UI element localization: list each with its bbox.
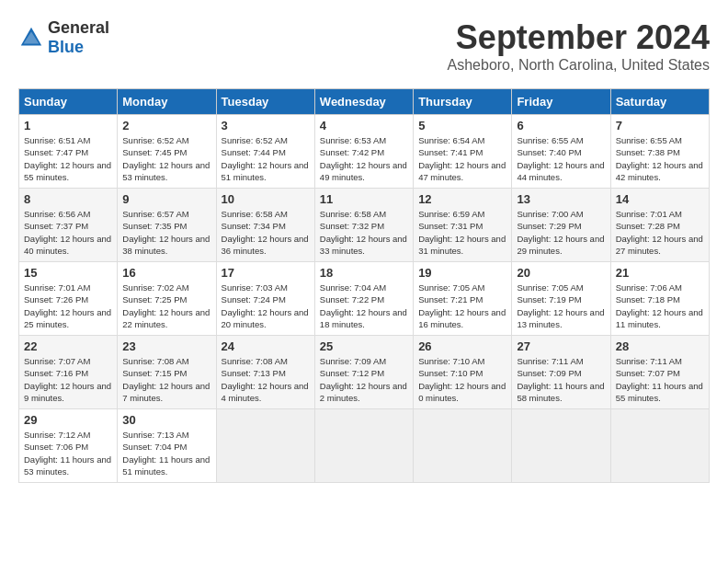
day-info: Sunrise: 7:06 AMSunset: 7:18 PMDaylight:… xyxy=(616,282,703,329)
calendar-cell: 5 Sunrise: 6:54 AMSunset: 7:41 PMDayligh… xyxy=(414,115,512,189)
day-info: Sunrise: 7:11 AMSunset: 7:09 PMDaylight:… xyxy=(517,356,604,403)
calendar-cell: 14 Sunrise: 7:01 AMSunset: 7:28 PMDaylig… xyxy=(610,189,709,262)
calendar-cell xyxy=(610,409,709,483)
day-info: Sunrise: 6:56 AMSunset: 7:37 PMDaylight:… xyxy=(24,209,111,256)
day-info: Sunrise: 6:58 AMSunset: 7:32 PMDaylight:… xyxy=(320,209,407,256)
day-info: Sunrise: 7:08 AMSunset: 7:13 PMDaylight:… xyxy=(222,356,309,403)
day-info: Sunrise: 7:02 AMSunset: 7:25 PMDaylight:… xyxy=(122,282,210,329)
logo-blue: Blue xyxy=(48,38,84,56)
day-number: 4 xyxy=(320,119,408,132)
day-number: 29 xyxy=(24,413,112,427)
day-header-monday: Monday xyxy=(118,89,216,115)
day-number: 5 xyxy=(418,119,506,132)
day-header-friday: Friday xyxy=(512,89,610,115)
day-info: Sunrise: 7:11 AMSunset: 7:07 PMDaylight:… xyxy=(616,356,703,403)
day-info: Sunrise: 7:00 AMSunset: 7:29 PMDaylight:… xyxy=(517,209,604,256)
calendar-cell: 22 Sunrise: 7:07 AMSunset: 7:16 PMDaylig… xyxy=(19,336,118,409)
day-info: Sunrise: 6:53 AMSunset: 7:42 PMDaylight:… xyxy=(320,135,407,182)
calendar-cell xyxy=(216,409,314,483)
calendar-cell: 21 Sunrise: 7:06 AMSunset: 7:18 PMDaylig… xyxy=(610,262,709,336)
calendar-cell: 24 Sunrise: 7:08 AMSunset: 7:13 PMDaylig… xyxy=(216,336,314,409)
logo-icon xyxy=(18,25,44,51)
calendar-cell: 15 Sunrise: 7:01 AMSunset: 7:26 PMDaylig… xyxy=(19,262,118,336)
calendar-week-3: 15 Sunrise: 7:01 AMSunset: 7:26 PMDaylig… xyxy=(19,262,710,336)
calendar-cell: 11 Sunrise: 6:58 AMSunset: 7:32 PMDaylig… xyxy=(314,189,413,262)
day-number: 16 xyxy=(122,266,210,280)
calendar-header-row: SundayMondayTuesdayWednesdayThursdayFrid… xyxy=(19,89,710,115)
day-number: 20 xyxy=(517,266,605,280)
day-number: 2 xyxy=(122,119,210,132)
day-info: Sunrise: 7:01 AMSunset: 7:26 PMDaylight:… xyxy=(24,282,111,329)
day-info: Sunrise: 7:12 AMSunset: 7:06 PMDaylight:… xyxy=(24,430,111,477)
logo-general: General xyxy=(48,18,109,37)
day-number: 27 xyxy=(517,339,605,353)
calendar-cell: 4 Sunrise: 6:53 AMSunset: 7:42 PMDayligh… xyxy=(314,115,413,189)
calendar-cell: 16 Sunrise: 7:02 AMSunset: 7:25 PMDaylig… xyxy=(118,262,216,336)
calendar-cell: 28 Sunrise: 7:11 AMSunset: 7:07 PMDaylig… xyxy=(610,336,709,409)
calendar-cell: 1 Sunrise: 6:51 AMSunset: 7:47 PMDayligh… xyxy=(19,115,118,189)
calendar-cell: 29 Sunrise: 7:12 AMSunset: 7:06 PMDaylig… xyxy=(19,409,118,483)
day-header-wednesday: Wednesday xyxy=(314,89,413,115)
calendar-cell: 9 Sunrise: 6:57 AMSunset: 7:35 PMDayligh… xyxy=(118,189,216,262)
day-number: 3 xyxy=(222,119,310,132)
day-info: Sunrise: 7:10 AMSunset: 7:10 PMDaylight:… xyxy=(418,356,506,403)
day-number: 14 xyxy=(616,192,704,206)
calendar-cell: 26 Sunrise: 7:10 AMSunset: 7:10 PMDaylig… xyxy=(414,336,512,409)
calendar-cell xyxy=(512,409,610,483)
day-number: 19 xyxy=(418,266,506,280)
calendar-week-5: 29 Sunrise: 7:12 AMSunset: 7:06 PMDaylig… xyxy=(19,409,710,483)
calendar-cell: 27 Sunrise: 7:11 AMSunset: 7:09 PMDaylig… xyxy=(512,336,610,409)
calendar-cell: 10 Sunrise: 6:58 AMSunset: 7:34 PMDaylig… xyxy=(216,189,314,262)
day-number: 28 xyxy=(616,339,704,353)
day-info: Sunrise: 6:59 AMSunset: 7:31 PMDaylight:… xyxy=(418,209,506,256)
calendar-cell xyxy=(414,409,512,483)
month-title: September 2024 xyxy=(448,18,710,57)
day-info: Sunrise: 7:03 AMSunset: 7:24 PMDaylight:… xyxy=(222,282,309,329)
day-number: 7 xyxy=(616,119,704,132)
calendar-cell: 19 Sunrise: 7:05 AMSunset: 7:21 PMDaylig… xyxy=(414,262,512,336)
day-info: Sunrise: 6:54 AMSunset: 7:41 PMDaylight:… xyxy=(418,135,506,182)
day-info: Sunrise: 6:52 AMSunset: 7:45 PMDaylight:… xyxy=(122,135,210,182)
calendar-cell xyxy=(314,409,413,483)
day-info: Sunrise: 7:04 AMSunset: 7:22 PMDaylight:… xyxy=(320,282,407,329)
logo: General Blue xyxy=(18,18,109,57)
location-title: Asheboro, North Carolina, United States xyxy=(448,57,710,74)
day-info: Sunrise: 7:13 AMSunset: 7:04 PMDaylight:… xyxy=(122,430,210,477)
calendar-cell: 20 Sunrise: 7:05 AMSunset: 7:19 PMDaylig… xyxy=(512,262,610,336)
calendar-cell: 2 Sunrise: 6:52 AMSunset: 7:45 PMDayligh… xyxy=(118,115,216,189)
day-number: 8 xyxy=(24,192,112,206)
day-info: Sunrise: 6:52 AMSunset: 7:44 PMDaylight:… xyxy=(222,135,309,182)
day-number: 15 xyxy=(24,266,112,280)
calendar-body: 1 Sunrise: 6:51 AMSunset: 7:47 PMDayligh… xyxy=(19,115,710,483)
calendar-week-2: 8 Sunrise: 6:56 AMSunset: 7:37 PMDayligh… xyxy=(19,189,710,262)
title-section: September 2024 Asheboro, North Carolina,… xyxy=(448,18,710,74)
day-number: 22 xyxy=(24,339,112,353)
day-info: Sunrise: 6:58 AMSunset: 7:34 PMDaylight:… xyxy=(222,209,309,256)
day-number: 18 xyxy=(320,266,408,280)
day-info: Sunrise: 7:01 AMSunset: 7:28 PMDaylight:… xyxy=(616,209,703,256)
calendar-cell: 13 Sunrise: 7:00 AMSunset: 7:29 PMDaylig… xyxy=(512,189,610,262)
calendar-cell: 8 Sunrise: 6:56 AMSunset: 7:37 PMDayligh… xyxy=(19,189,118,262)
day-number: 23 xyxy=(122,339,210,353)
day-number: 10 xyxy=(222,192,310,206)
day-number: 30 xyxy=(122,413,210,427)
day-number: 17 xyxy=(222,266,310,280)
calendar-week-4: 22 Sunrise: 7:07 AMSunset: 7:16 PMDaylig… xyxy=(19,336,710,409)
calendar-cell: 17 Sunrise: 7:03 AMSunset: 7:24 PMDaylig… xyxy=(216,262,314,336)
calendar-cell: 30 Sunrise: 7:13 AMSunset: 7:04 PMDaylig… xyxy=(118,409,216,483)
day-header-sunday: Sunday xyxy=(19,89,118,115)
day-number: 9 xyxy=(122,192,210,206)
day-info: Sunrise: 7:05 AMSunset: 7:21 PMDaylight:… xyxy=(418,282,506,329)
day-header-saturday: Saturday xyxy=(610,89,709,115)
calendar-table: SundayMondayTuesdayWednesdayThursdayFrid… xyxy=(18,88,710,483)
day-info: Sunrise: 7:09 AMSunset: 7:12 PMDaylight:… xyxy=(320,356,407,403)
calendar-cell: 18 Sunrise: 7:04 AMSunset: 7:22 PMDaylig… xyxy=(314,262,413,336)
day-info: Sunrise: 7:05 AMSunset: 7:19 PMDaylight:… xyxy=(517,282,604,329)
day-info: Sunrise: 7:08 AMSunset: 7:15 PMDaylight:… xyxy=(122,356,210,403)
day-number: 13 xyxy=(517,192,605,206)
day-header-thursday: Thursday xyxy=(414,89,512,115)
page-header: General Blue September 2024 Asheboro, No… xyxy=(18,18,710,74)
day-number: 11 xyxy=(320,192,408,206)
day-info: Sunrise: 7:07 AMSunset: 7:16 PMDaylight:… xyxy=(24,356,111,403)
day-number: 25 xyxy=(320,339,408,353)
